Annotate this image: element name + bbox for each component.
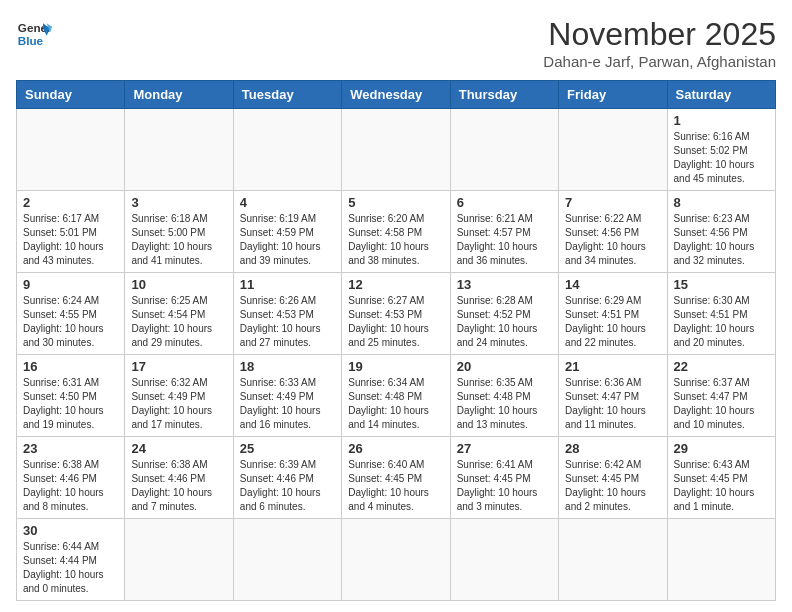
day-number: 8: [674, 195, 769, 210]
calendar-day-cell: 16Sunrise: 6:31 AMSunset: 4:50 PMDayligh…: [17, 355, 125, 437]
day-info: Sunrise: 6:23 AMSunset: 4:56 PMDaylight:…: [674, 212, 769, 268]
calendar-day-cell: [125, 519, 233, 601]
day-info: Sunrise: 6:34 AMSunset: 4:48 PMDaylight:…: [348, 376, 443, 432]
calendar-day-cell: 5Sunrise: 6:20 AMSunset: 4:58 PMDaylight…: [342, 191, 450, 273]
weekday-header-friday: Friday: [559, 81, 667, 109]
location-subtitle: Dahan-e Jarf, Parwan, Afghanistan: [543, 53, 776, 70]
day-info: Sunrise: 6:27 AMSunset: 4:53 PMDaylight:…: [348, 294, 443, 350]
calendar-day-cell: [342, 519, 450, 601]
day-number: 9: [23, 277, 118, 292]
day-number: 5: [348, 195, 443, 210]
calendar-week-row: 30Sunrise: 6:44 AMSunset: 4:44 PMDayligh…: [17, 519, 776, 601]
weekday-header-wednesday: Wednesday: [342, 81, 450, 109]
calendar-body: 1Sunrise: 6:16 AMSunset: 5:02 PMDaylight…: [17, 109, 776, 601]
calendar-day-cell: [559, 109, 667, 191]
calendar-day-cell: 30Sunrise: 6:44 AMSunset: 4:44 PMDayligh…: [17, 519, 125, 601]
day-info: Sunrise: 6:18 AMSunset: 5:00 PMDaylight:…: [131, 212, 226, 268]
calendar-day-cell: 10Sunrise: 6:25 AMSunset: 4:54 PMDayligh…: [125, 273, 233, 355]
day-number: 11: [240, 277, 335, 292]
calendar-day-cell: 21Sunrise: 6:36 AMSunset: 4:47 PMDayligh…: [559, 355, 667, 437]
day-info: Sunrise: 6:40 AMSunset: 4:45 PMDaylight:…: [348, 458, 443, 514]
day-info: Sunrise: 6:28 AMSunset: 4:52 PMDaylight:…: [457, 294, 552, 350]
day-number: 10: [131, 277, 226, 292]
day-info: Sunrise: 6:21 AMSunset: 4:57 PMDaylight:…: [457, 212, 552, 268]
day-number: 13: [457, 277, 552, 292]
calendar-day-cell: 1Sunrise: 6:16 AMSunset: 5:02 PMDaylight…: [667, 109, 775, 191]
calendar-day-cell: [342, 109, 450, 191]
calendar-day-cell: 26Sunrise: 6:40 AMSunset: 4:45 PMDayligh…: [342, 437, 450, 519]
day-info: Sunrise: 6:16 AMSunset: 5:02 PMDaylight:…: [674, 130, 769, 186]
day-info: Sunrise: 6:19 AMSunset: 4:59 PMDaylight:…: [240, 212, 335, 268]
day-info: Sunrise: 6:26 AMSunset: 4:53 PMDaylight:…: [240, 294, 335, 350]
day-info: Sunrise: 6:36 AMSunset: 4:47 PMDaylight:…: [565, 376, 660, 432]
day-info: Sunrise: 6:31 AMSunset: 4:50 PMDaylight:…: [23, 376, 118, 432]
day-info: Sunrise: 6:39 AMSunset: 4:46 PMDaylight:…: [240, 458, 335, 514]
day-number: 16: [23, 359, 118, 374]
day-info: Sunrise: 6:17 AMSunset: 5:01 PMDaylight:…: [23, 212, 118, 268]
weekday-header-thursday: Thursday: [450, 81, 558, 109]
title-section: November 2025 Dahan-e Jarf, Parwan, Afgh…: [543, 16, 776, 70]
day-number: 4: [240, 195, 335, 210]
calendar-header: SundayMondayTuesdayWednesdayThursdayFrid…: [17, 81, 776, 109]
day-info: Sunrise: 6:25 AMSunset: 4:54 PMDaylight:…: [131, 294, 226, 350]
page-header: General Blue November 2025 Dahan-e Jarf,…: [16, 16, 776, 70]
weekday-header-sunday: Sunday: [17, 81, 125, 109]
day-info: Sunrise: 6:32 AMSunset: 4:49 PMDaylight:…: [131, 376, 226, 432]
calendar-day-cell: [559, 519, 667, 601]
day-number: 15: [674, 277, 769, 292]
calendar-day-cell: 12Sunrise: 6:27 AMSunset: 4:53 PMDayligh…: [342, 273, 450, 355]
day-number: 2: [23, 195, 118, 210]
day-info: Sunrise: 6:37 AMSunset: 4:47 PMDaylight:…: [674, 376, 769, 432]
calendar-day-cell: 29Sunrise: 6:43 AMSunset: 4:45 PMDayligh…: [667, 437, 775, 519]
logo-icon: General Blue: [16, 16, 52, 52]
calendar-table: SundayMondayTuesdayWednesdayThursdayFrid…: [16, 80, 776, 601]
day-number: 30: [23, 523, 118, 538]
weekday-header-monday: Monday: [125, 81, 233, 109]
day-number: 23: [23, 441, 118, 456]
day-number: 29: [674, 441, 769, 456]
calendar-week-row: 23Sunrise: 6:38 AMSunset: 4:46 PMDayligh…: [17, 437, 776, 519]
day-number: 19: [348, 359, 443, 374]
calendar-week-row: 16Sunrise: 6:31 AMSunset: 4:50 PMDayligh…: [17, 355, 776, 437]
day-number: 25: [240, 441, 335, 456]
day-number: 1: [674, 113, 769, 128]
day-info: Sunrise: 6:22 AMSunset: 4:56 PMDaylight:…: [565, 212, 660, 268]
month-year-title: November 2025: [543, 16, 776, 53]
calendar-day-cell: 9Sunrise: 6:24 AMSunset: 4:55 PMDaylight…: [17, 273, 125, 355]
calendar-day-cell: [450, 109, 558, 191]
calendar-day-cell: 13Sunrise: 6:28 AMSunset: 4:52 PMDayligh…: [450, 273, 558, 355]
day-number: 24: [131, 441, 226, 456]
weekday-header-row: SundayMondayTuesdayWednesdayThursdayFrid…: [17, 81, 776, 109]
calendar-day-cell: 15Sunrise: 6:30 AMSunset: 4:51 PMDayligh…: [667, 273, 775, 355]
calendar-week-row: 1Sunrise: 6:16 AMSunset: 5:02 PMDaylight…: [17, 109, 776, 191]
calendar-day-cell: 8Sunrise: 6:23 AMSunset: 4:56 PMDaylight…: [667, 191, 775, 273]
day-info: Sunrise: 6:33 AMSunset: 4:49 PMDaylight:…: [240, 376, 335, 432]
day-number: 6: [457, 195, 552, 210]
calendar-day-cell: [233, 519, 341, 601]
day-info: Sunrise: 6:30 AMSunset: 4:51 PMDaylight:…: [674, 294, 769, 350]
calendar-day-cell: 28Sunrise: 6:42 AMSunset: 4:45 PMDayligh…: [559, 437, 667, 519]
day-number: 3: [131, 195, 226, 210]
day-info: Sunrise: 6:42 AMSunset: 4:45 PMDaylight:…: [565, 458, 660, 514]
day-number: 14: [565, 277, 660, 292]
calendar-day-cell: [17, 109, 125, 191]
calendar-day-cell: 17Sunrise: 6:32 AMSunset: 4:49 PMDayligh…: [125, 355, 233, 437]
day-number: 26: [348, 441, 443, 456]
calendar-day-cell: 7Sunrise: 6:22 AMSunset: 4:56 PMDaylight…: [559, 191, 667, 273]
calendar-day-cell: 11Sunrise: 6:26 AMSunset: 4:53 PMDayligh…: [233, 273, 341, 355]
logo: General Blue: [16, 16, 52, 52]
day-info: Sunrise: 6:20 AMSunset: 4:58 PMDaylight:…: [348, 212, 443, 268]
day-info: Sunrise: 6:38 AMSunset: 4:46 PMDaylight:…: [23, 458, 118, 514]
calendar-day-cell: 20Sunrise: 6:35 AMSunset: 4:48 PMDayligh…: [450, 355, 558, 437]
calendar-day-cell: [667, 519, 775, 601]
day-number: 7: [565, 195, 660, 210]
day-number: 12: [348, 277, 443, 292]
calendar-day-cell: 24Sunrise: 6:38 AMSunset: 4:46 PMDayligh…: [125, 437, 233, 519]
calendar-day-cell: 4Sunrise: 6:19 AMSunset: 4:59 PMDaylight…: [233, 191, 341, 273]
weekday-header-saturday: Saturday: [667, 81, 775, 109]
weekday-header-tuesday: Tuesday: [233, 81, 341, 109]
day-number: 27: [457, 441, 552, 456]
calendar-day-cell: [233, 109, 341, 191]
day-info: Sunrise: 6:24 AMSunset: 4:55 PMDaylight:…: [23, 294, 118, 350]
day-number: 22: [674, 359, 769, 374]
